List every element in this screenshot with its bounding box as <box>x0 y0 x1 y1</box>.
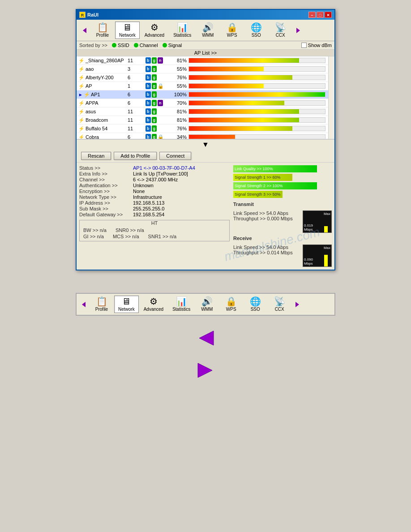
second-ccx-label: CCX <box>275 307 284 312</box>
table-row[interactable]: ⚡ Broadcom 11 b g 81% <box>77 116 334 124</box>
lock-icon: 🔒 <box>158 134 164 140</box>
channel-row: Channel >> 6 <-> 2437.000 MHz <box>79 177 230 182</box>
table-row[interactable]: ⚡ Cobra 6 b g 🔒 34% <box>77 133 334 139</box>
badge-b-icon: b <box>146 57 151 64</box>
second-back-button[interactable] <box>78 299 89 310</box>
signal-dot <box>163 43 167 47</box>
channel-label: Channel <box>140 43 158 48</box>
back-button[interactable] <box>79 25 90 36</box>
gi-label: GI >> n/a <box>83 234 104 239</box>
second-wmm-label: WMM <box>201 307 213 312</box>
toolbar-sso[interactable]: 🌐 SSO <box>244 21 268 39</box>
rx-max-label: Max <box>324 246 330 250</box>
maximize-button[interactable]: □ <box>317 12 324 18</box>
badge-g-icon: g <box>152 100 157 106</box>
big-back-arrow-button[interactable] <box>196 329 216 348</box>
toolbar-wmm[interactable]: 🔊 WMM <box>196 21 219 39</box>
tx-link-speed: Link Speed >> 54.0 Abps <box>233 210 301 216</box>
subnet-row: Sub Mask >> 255.255.255.0 <box>79 206 230 211</box>
toolbar-statistics[interactable]: 📊 Statistics <box>169 21 195 39</box>
sorted-by-label: Sorted by >> <box>79 43 107 48</box>
statistics-label: Statistics <box>173 33 191 38</box>
rx-link-speed: Link Speed >> 54.0 Abps <box>233 245 301 250</box>
badge-b-icon: b <box>146 108 151 115</box>
second-toolbar-advanced[interactable]: ⚙ Advanced <box>140 296 167 313</box>
channel-dot <box>134 43 138 47</box>
rescan-button[interactable]: Rescan <box>81 152 111 160</box>
table-row[interactable]: ⚡ asus 11 b g 81% <box>77 107 334 116</box>
second-toolbar-network[interactable]: 🖥 Network <box>114 296 139 313</box>
badge-b-icon: b <box>146 117 151 123</box>
network-type-row: Network Type >> Infrastructure <box>79 194 230 200</box>
gateway-label: Default Gateway >> <box>79 212 133 217</box>
ht-title: HT <box>150 220 160 226</box>
sso-label: SSO <box>252 33 261 38</box>
table-row[interactable]: ⚡ aao 3 b g 55% <box>77 65 334 73</box>
bw-label: BW >> n/a <box>83 227 107 233</box>
channel-sort[interactable]: Channel <box>134 43 158 48</box>
add-to-profile-button[interactable]: Add to Profile <box>114 152 157 160</box>
table-row[interactable]: ⚡ _Shiang_2860AP 11 b g n 81% <box>77 56 334 65</box>
subnet-value: 255.255.255.0 <box>133 206 164 211</box>
toolbar-advanced[interactable]: ⚙ Advanced <box>141 21 168 39</box>
table-row[interactable]: ⚡ AlbertyY-200 6 b g 76% <box>77 73 334 82</box>
signal-sort[interactable]: Signal <box>163 43 182 48</box>
second-wps-label: WPS <box>226 307 236 312</box>
auth-row: Authentication >> Unknown <box>79 183 230 188</box>
badge-g-icon: g <box>152 66 157 72</box>
mcs-label: MCS >> n/a <box>113 234 139 239</box>
second-toolbar-wps[interactable]: 🔒 WPS <box>219 296 243 313</box>
second-toolbar: 📋 Profile 🖥 Network ⚙ Advanced 📊 Statist… <box>76 293 335 316</box>
second-toolbar-ccx[interactable]: 📡 CCX <box>268 296 291 313</box>
ap-channel: 6 <box>128 92 146 97</box>
main-window: R RaUI − □ ✕ 📋 Profile 🖥 Network ⚙ Advan… <box>76 9 335 270</box>
ap-scrollbar[interactable] <box>328 56 334 139</box>
show-dbm-checkbox[interactable] <box>301 43 307 48</box>
signal-label: Signal <box>168 43 182 48</box>
second-forward-button[interactable] <box>292 299 303 310</box>
ssid-sort[interactable]: SSID <box>112 43 129 48</box>
toolbar-profile[interactable]: 📋 Profile <box>91 21 114 39</box>
badge-b-icon: b <box>146 100 151 106</box>
ap-security: b g <box>146 125 172 132</box>
table-row[interactable]: ► ⚡ AP1 6 b g 100% <box>77 90 334 99</box>
close-button[interactable]: ✕ <box>325 12 332 18</box>
title-bar-left: R RaUI <box>79 12 98 18</box>
table-row[interactable]: ⚡ AP 1 b g 🔒 55% <box>77 82 334 90</box>
rx-throughput: Throughput >> 0.014 Mbps <box>233 250 301 255</box>
network-type-label: Network Type >> <box>79 194 133 200</box>
minimize-button[interactable]: − <box>308 12 316 18</box>
svg-marker-5 <box>198 363 212 378</box>
toolbar-wps[interactable]: 🔒 WPS <box>220 21 244 39</box>
badge-b-icon: b <box>146 66 151 72</box>
table-row[interactable]: ⚡ Buffalo 54 11 b g 76% <box>77 124 334 133</box>
toolbar: 📋 Profile 🖥 Network ⚙ Advanced 📊 Statist… <box>77 20 334 41</box>
ap-security: b g <box>146 117 172 123</box>
svg-marker-4 <box>199 331 214 345</box>
svg-marker-2 <box>82 302 86 307</box>
toolbar-network[interactable]: 🖥 Network <box>115 21 140 39</box>
connect-button[interactable]: Connect <box>159 152 191 160</box>
forward-button[interactable] <box>293 25 304 36</box>
status-value: AP1 <-> 00-03-7F-00-D7-A4 <box>133 165 195 171</box>
second-toolbar-sso[interactable]: 🌐 SSO <box>244 296 267 313</box>
badge-g-icon: g <box>152 134 157 139</box>
ap-channel: 6 <box>128 134 146 139</box>
extra-info-value: Link Is Up [TxPower:100] <box>133 171 188 176</box>
table-row[interactable]: ⚡ APPA 6 b g n 70% <box>77 99 334 107</box>
second-toolbar-statistics[interactable]: 📊 Statistics <box>168 296 194 313</box>
ip-label: IP Address >> <box>79 200 133 206</box>
second-toolbar-profile[interactable]: 📋 Profile <box>90 296 113 313</box>
scroll-down-button[interactable]: ▼ <box>77 139 334 150</box>
ap-security: b g <box>146 66 172 72</box>
second-toolbar-wmm[interactable]: 🔊 WMM <box>195 296 218 313</box>
badge-b-icon: b <box>146 74 151 81</box>
ap-signal-percent: 100% <box>172 92 187 97</box>
toolbar-ccx[interactable]: 📡 CCX <box>269 21 292 39</box>
app-icon: R <box>79 12 86 18</box>
badge-b-icon: b <box>146 83 151 89</box>
second-forward-arrow-icon <box>294 301 301 308</box>
big-forward-arrow-button[interactable] <box>196 361 216 380</box>
badge-n-icon: n <box>158 100 163 106</box>
ap-name: ► ⚡ AP1 <box>78 92 128 98</box>
